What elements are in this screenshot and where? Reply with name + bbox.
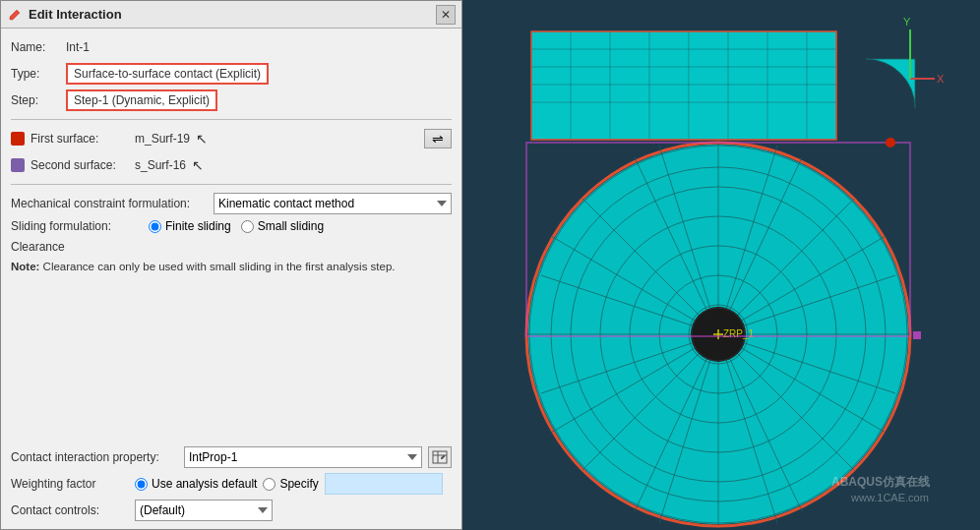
second-surface-value: s_Surf-16: [135, 158, 186, 172]
weighting-input[interactable]: [325, 473, 443, 495]
svg-rect-51: [913, 331, 921, 339]
svg-text:ABAQUS仿真在线: ABAQUS仿真在线: [831, 475, 931, 489]
edit-icon: [7, 7, 23, 23]
note-row: Note: Clearance can only be used with sm…: [11, 259, 452, 274]
sliding-finite-label: Finite sliding: [165, 219, 231, 233]
svg-text:ZRP_1: ZRP_1: [723, 328, 755, 339]
contact-ctrl-label: Contact controls:: [11, 503, 129, 517]
mech-constraint-select[interactable]: Kinematic contact method: [214, 193, 452, 214]
second-surface-cursor[interactable]: ↖: [192, 157, 204, 173]
contact-prop-label: Contact interaction property:: [11, 450, 178, 464]
second-surface-row: Second surface: s_Surf-16 ↖: [11, 154, 452, 176]
weighting-default-option[interactable]: Use analysis default: [135, 477, 257, 491]
contact-prop-row: Contact interaction property: IntProp-1: [11, 446, 452, 468]
dialog-body: Name: Int-1 Type: Surface-to-surface con…: [1, 29, 461, 529]
first-surface-row: First surface: m_Surf-19 ↖ ⇌: [11, 128, 452, 149]
viewport-canvas: ZRP_1: [462, 0, 980, 530]
dialog-title: Edit Interaction: [29, 7, 122, 22]
step-label: Step:: [11, 93, 60, 107]
first-surface-value: m_Surf-19: [135, 132, 190, 146]
contact-ctrl-select[interactable]: (Default): [135, 500, 273, 521]
svg-rect-32: [531, 31, 836, 140]
weighting-label: Weighting factor: [11, 477, 129, 491]
svg-text:www.1CAE.com: www.1CAE.com: [850, 492, 929, 503]
swap-icon[interactable]: ⇌: [424, 129, 452, 148]
svg-text:Y: Y: [903, 16, 911, 28]
weighting-default-label: Use analysis default: [152, 477, 257, 491]
weighting-default-radio[interactable]: [135, 478, 148, 491]
type-row: Type: Surface-to-surface contact (Explic…: [11, 63, 452, 85]
close-button[interactable]: ✕: [436, 5, 456, 25]
weighting-row: Weighting factor Use analysis default Sp…: [11, 473, 452, 495]
second-surface-icon: [11, 158, 25, 172]
mech-constraint-row: Mechanical constraint formulation: Kinem…: [11, 193, 452, 214]
separator-2: [11, 184, 452, 185]
viewport-panel: ZRP_1: [462, 0, 980, 530]
first-surface-cursor[interactable]: ↖: [196, 131, 208, 147]
svg-point-50: [886, 138, 895, 147]
mech-constraint-label: Mechanical constraint formulation:: [11, 197, 208, 210]
sliding-finite-option[interactable]: Finite sliding: [149, 219, 231, 233]
sliding-small-label: Small sliding: [258, 219, 324, 233]
contact-prop-icon-button[interactable]: [428, 446, 452, 468]
step-value: Step-1 (Dynamic, Explicit): [66, 89, 217, 111]
spacer: [11, 279, 452, 442]
contact-controls-row: Contact controls: (Default): [11, 500, 452, 521]
type-label: Type:: [11, 67, 60, 81]
contact-prop-select[interactable]: IntProp-1: [184, 446, 422, 468]
type-value: Surface-to-surface contact (Explicit): [66, 63, 269, 85]
dialog-titlebar: Edit Interaction ✕: [1, 1, 461, 29]
sliding-finite-radio[interactable]: [149, 220, 161, 233]
sliding-label: Sliding formulation:: [11, 219, 139, 233]
name-label: Name:: [11, 40, 60, 54]
weighting-specify-radio[interactable]: [263, 478, 276, 491]
title-left: Edit Interaction: [7, 7, 122, 23]
clearance-title: Clearance: [11, 240, 452, 254]
svg-text:X: X: [937, 73, 945, 85]
name-value: Int-1: [66, 40, 90, 54]
first-surface-label: First surface:: [31, 132, 129, 146]
sliding-row: Sliding formulation: Finite sliding Smal…: [11, 219, 452, 233]
weighting-specify-option[interactable]: Specify: [263, 477, 318, 491]
swap-button[interactable]: ⇌: [424, 129, 452, 148]
separator-1: [11, 119, 452, 120]
note-label: Note:: [11, 261, 39, 272]
second-surface-label: Second surface:: [31, 158, 129, 172]
weighting-specify-label: Specify: [279, 477, 318, 491]
sliding-small-option[interactable]: Small sliding: [241, 219, 324, 233]
sliding-small-radio[interactable]: [241, 220, 254, 233]
name-row: Name: Int-1: [11, 36, 452, 58]
svg-rect-1: [433, 451, 447, 463]
table-edit-icon: [432, 450, 448, 464]
first-surface-icon: [11, 132, 25, 146]
edit-interaction-dialog: Edit Interaction ✕ Name: Int-1 Type: Sur…: [0, 0, 462, 530]
step-row: Step: Step-1 (Dynamic, Explicit): [11, 89, 452, 111]
note-text: Clearance can only be used with small sl…: [43, 261, 396, 272]
